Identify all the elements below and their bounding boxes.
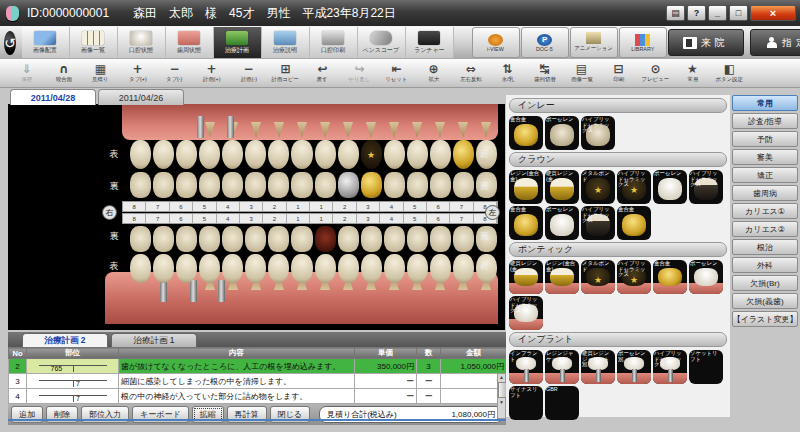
tile-メタルボンド[interactable]: メタルボンド bbox=[581, 260, 615, 294]
tooth-lower_front-5[interactable] bbox=[407, 254, 428, 283]
tooth-upper_front-7[interactable] bbox=[453, 140, 474, 169]
tooth-upper_front-1[interactable] bbox=[315, 140, 336, 169]
tooth-upper_occlusal-6[interactable] bbox=[430, 172, 451, 198]
tile-硬質レジン(金[interactable]: 硬質レジン(金 bbox=[509, 260, 543, 294]
tooth-lower_front-1[interactable] bbox=[291, 254, 312, 283]
tooth-lower_occlusal-6[interactable] bbox=[176, 226, 197, 252]
tooth-lower_occlusal-2[interactable] bbox=[268, 226, 289, 252]
date-tab-2011/04/28[interactable]: 2011/04/28 bbox=[10, 89, 96, 105]
tile-GBR[interactable]: GBR bbox=[545, 386, 579, 420]
tile-ハイブリッドセラミックス[interactable]: ハイブリッドセラミックス bbox=[617, 170, 651, 204]
toolbar-常用-button[interactable]: ★常用 bbox=[674, 60, 711, 87]
tooth-lower_front-2[interactable] bbox=[268, 254, 289, 283]
tooth-upper_occlusal-5[interactable] bbox=[407, 172, 428, 198]
toolbar-計画(-)-button[interactable]: −計画(-) bbox=[230, 60, 267, 87]
toolbar-拡大-button[interactable]: ⊕拡大 bbox=[415, 60, 452, 87]
sidebar-矯正-button[interactable]: 矯正 bbox=[732, 167, 798, 183]
tile-ポーセレン冠[interactable]: ポーセレン冠 bbox=[617, 350, 651, 384]
tooth-lower_front-5[interactable] bbox=[199, 254, 220, 283]
toolbar-画像一覧-button[interactable]: ▤画像一覧 bbox=[563, 60, 600, 87]
toolbar-左右反転-button[interactable]: ⇔左右反転 bbox=[452, 60, 489, 87]
tooth-upper_occlusal-4[interactable] bbox=[384, 172, 405, 198]
tooth-upper_occlusal-6[interactable] bbox=[176, 172, 197, 198]
tooth-lower_occlusal-3[interactable] bbox=[361, 226, 382, 252]
tile-硬質レジン(金[interactable]: 硬質レジン(金 bbox=[545, 170, 579, 204]
close-button[interactable]: × bbox=[750, 5, 796, 21]
sidebar-カリエス①-button[interactable]: カリエス① bbox=[732, 203, 798, 219]
tool-i-view-button[interactable]: i-VIEW bbox=[472, 27, 520, 58]
tooth-upper_front-7[interactable] bbox=[153, 140, 174, 169]
tooth-lower_occlusal-1[interactable] bbox=[291, 226, 312, 252]
sidebar-根治-button[interactable]: 根治 bbox=[732, 239, 798, 255]
tile-ハイブリッドセラミックス[interactable]: ハイブリッドセラミックス bbox=[653, 350, 687, 384]
toolbar-計画コピー-button[interactable]: ⊞計画コピー bbox=[267, 60, 304, 87]
menu-image-layout-button[interactable]: 画像配置 bbox=[22, 27, 70, 58]
tooth-upper_occlusal-2[interactable] bbox=[268, 172, 289, 198]
tooth-upper_front-6[interactable] bbox=[430, 140, 451, 169]
tooth-lower_occlusal-5[interactable] bbox=[407, 226, 428, 252]
tooth-lower_occlusal-4[interactable] bbox=[384, 226, 405, 252]
plan-row[interactable]: 47根の中の神経が入っていた部分に詰め物をします。ーーー bbox=[9, 389, 507, 404]
toolbar-タブ(-)-button[interactable]: −タブ(-) bbox=[156, 60, 193, 87]
tooth-lower_occlusal-5[interactable] bbox=[199, 226, 220, 252]
tooth-lower_front-7[interactable] bbox=[453, 254, 474, 283]
tooth-lower_occlusal-6[interactable] bbox=[430, 226, 451, 252]
tooth-upper_occlusal-4[interactable] bbox=[222, 172, 243, 198]
tooth-upper_occlusal-1[interactable] bbox=[315, 172, 336, 198]
tooth-upper_front-4[interactable] bbox=[384, 140, 405, 169]
tile-ポーセレン[interactable]: ポーセレン bbox=[545, 206, 579, 240]
back-circle-button[interactable]: ↺ bbox=[4, 31, 16, 55]
tile-金合金[interactable]: 金合金 bbox=[617, 206, 651, 240]
minimize-button[interactable]: _ bbox=[708, 5, 727, 21]
tooth-lower_occlusal-7[interactable] bbox=[153, 226, 174, 252]
tooth-upper_front-3[interactable] bbox=[245, 140, 266, 169]
toolbar-咬合面-button[interactable]: ∩咬合面 bbox=[45, 60, 82, 87]
tooth-lower_front-6[interactable] bbox=[430, 254, 451, 283]
tooth-upper_occlusal-8[interactable] bbox=[130, 172, 151, 198]
menu-oral-state-button[interactable]: 口腔状態 bbox=[118, 27, 166, 58]
toolbar-戻す-button[interactable]: ↩戻す bbox=[304, 60, 341, 87]
sidebar-欠損(Br)-button[interactable]: 欠損(Br) bbox=[732, 275, 798, 291]
tile-サイナスリフト[interactable]: サイナスリフト bbox=[509, 386, 543, 420]
tooth-upper_front-5[interactable] bbox=[199, 140, 220, 169]
tooth-upper_front-8[interactable] bbox=[130, 140, 151, 169]
tooth-upper_occlusal-1[interactable] bbox=[291, 172, 312, 198]
sidebar-【イラスト変更】-button[interactable]: 【イラスト変更】 bbox=[732, 311, 798, 327]
tool-doc-5-button[interactable]: PDOC-5 bbox=[521, 27, 569, 58]
tile-ソケットリフト[interactable]: ソケットリフト bbox=[689, 350, 723, 384]
sidebar-歯周病-button[interactable]: 歯周病 bbox=[732, 185, 798, 201]
plan-row[interactable]: 37細菌に感染してしまった根の中を清掃します。ーーー bbox=[9, 374, 507, 389]
tooth-upper_front-3[interactable]: ★ bbox=[361, 140, 382, 169]
tooth-upper_front-4[interactable] bbox=[222, 140, 243, 169]
menu-treatment-plan-button[interactable]: 治療計画 bbox=[214, 27, 262, 58]
sidebar-外科-button[interactable]: 外科 bbox=[732, 257, 798, 273]
menu-penscope-button[interactable]: ペンスコープ bbox=[358, 27, 406, 58]
sidebar-常用-button[interactable]: 常用 bbox=[732, 95, 798, 111]
tooth-lower_occlusal-8[interactable] bbox=[130, 226, 151, 252]
tool-library-button[interactable]: LIBRARY bbox=[619, 27, 667, 58]
tooth-lower_front-4[interactable] bbox=[384, 254, 405, 283]
tile-レジン(金合金)[interactable]: レジン(金合金) bbox=[509, 170, 543, 204]
tooth-lower_front-7[interactable] bbox=[153, 254, 174, 283]
toolbar-ボタン設定-button[interactable]: ◧ボタン設定 bbox=[711, 60, 748, 87]
plan-row[interactable]: 2765歯が抜けてなくなったところに、人工の根を埋め込みます。350,000円3… bbox=[9, 359, 507, 374]
plan-tab-治療計画 2[interactable]: 治療計画 2 bbox=[22, 333, 108, 348]
tooth-upper_occlusal-7[interactable] bbox=[153, 172, 174, 198]
tooth-lower_front-1[interactable] bbox=[315, 254, 336, 283]
scroll-up-icon[interactable]: ▲ bbox=[498, 374, 505, 381]
toolbar-印刷-button[interactable]: ⊟印刷 bbox=[600, 60, 637, 87]
tooth-lower_occlusal-4[interactable] bbox=[222, 226, 243, 252]
toolbar-歯列切替-button[interactable]: ↹歯列切替 bbox=[526, 60, 563, 87]
sidebar-欠損(義歯)-button[interactable]: 欠損(義歯) bbox=[732, 293, 798, 309]
toolbar-計画(+)-button[interactable]: +計画(+) bbox=[193, 60, 230, 87]
tile-ポーセレン[interactable]: ポーセレン bbox=[653, 170, 687, 204]
tile-ポーセレン[interactable]: ポーセレン bbox=[689, 260, 723, 294]
sidebar-診査/指導-button[interactable]: 診査/指導 bbox=[732, 113, 798, 129]
tile-硬質レジンジャケット冠[interactable]: 硬質レジンジャケット冠 bbox=[581, 350, 615, 384]
toolbar-リセット-button[interactable]: ⇤リセット bbox=[378, 60, 415, 87]
restore-button[interactable]: □ bbox=[729, 5, 748, 21]
menu-image-list-button[interactable]: 画像一覧 bbox=[70, 27, 118, 58]
tooth-lower_front-2[interactable] bbox=[338, 254, 359, 283]
menu-oral-print-button[interactable]: 口腔印刷 bbox=[310, 27, 358, 58]
toolbar-見積り-button[interactable]: ▦見積り bbox=[82, 60, 119, 87]
